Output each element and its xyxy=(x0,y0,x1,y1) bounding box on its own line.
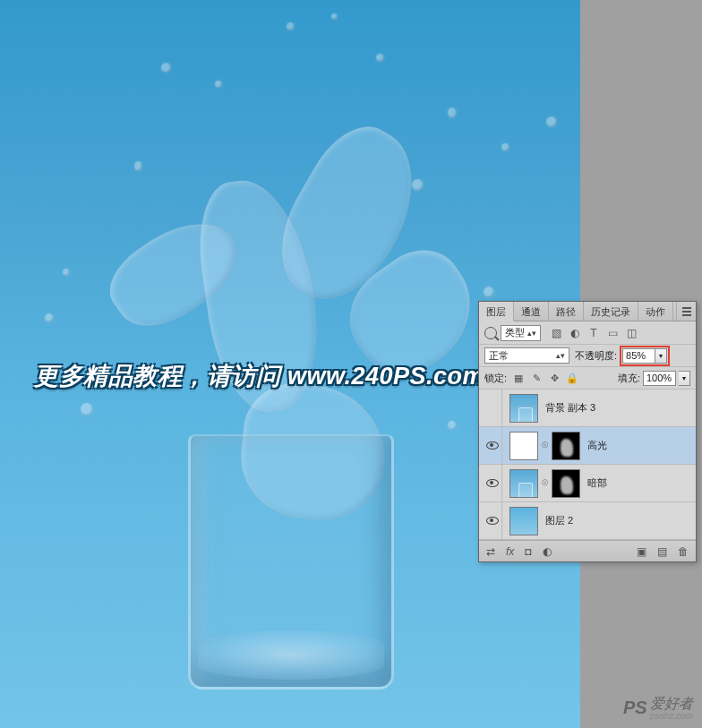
opacity-label: 不透明度: xyxy=(575,349,617,363)
panel-menu-icon[interactable] xyxy=(676,302,696,321)
filter-smart-icon[interactable]: ◫ xyxy=(625,327,638,339)
layer-row[interactable]: 图层 2 xyxy=(479,502,696,540)
tab-layers[interactable]: 图层 xyxy=(479,302,514,321)
layer-row[interactable]: ⦾ 高光 xyxy=(479,427,696,465)
layer-name-label[interactable]: 图层 2 xyxy=(542,514,573,527)
glass-artwork xyxy=(188,434,394,689)
filter-type-icon[interactable]: T xyxy=(587,327,600,339)
filter-kind-dropdown[interactable]: 类型 ▴▾ xyxy=(501,325,541,341)
fill-control: 填充: 100% ▾ xyxy=(618,371,690,386)
visibility-toggle[interactable] xyxy=(483,390,502,426)
layer-name-label[interactable]: 背景 副本 3 xyxy=(542,401,595,415)
layer-name-label[interactable]: 高光 xyxy=(584,439,607,452)
dropdown-arrows-icon: ▴▾ xyxy=(556,353,565,358)
opacity-control-highlighted: 85% ▾ xyxy=(622,348,667,364)
opacity-input[interactable]: 85% xyxy=(622,348,655,364)
filter-adjustment-icon[interactable]: ◐ xyxy=(569,327,581,339)
filter-pixel-icon[interactable]: ▧ xyxy=(550,327,562,339)
layer-thumbnail[interactable] xyxy=(509,469,538,498)
lock-fill-row: 锁定: ▦ ✎ ✥ 🔒 填充: 100% ▾ xyxy=(479,367,696,390)
watermark-text: 更多精品教程，请访问 www.240PS.com xyxy=(34,360,484,392)
ps-logo-text: PS xyxy=(623,698,647,718)
fill-input[interactable]: 100% xyxy=(643,371,676,386)
opacity-dropdown-arrow[interactable]: ▾ xyxy=(655,348,667,364)
visibility-toggle[interactable] xyxy=(483,502,502,539)
layer-thumbnail[interactable] xyxy=(509,432,538,460)
new-group-icon[interactable]: ▣ xyxy=(637,545,646,558)
layers-list: 背景 副本 3 ⦾ 高光 ⦾ 暗部 图层 2 xyxy=(479,390,696,540)
mask-link-icon[interactable]: ⦾ xyxy=(542,441,548,450)
eye-icon xyxy=(486,441,499,450)
dropdown-arrows-icon: ▴▾ xyxy=(527,330,536,336)
layer-thumbnail[interactable] xyxy=(509,507,538,535)
layer-row[interactable]: 背景 副本 3 xyxy=(479,390,696,427)
fill-label: 填充: xyxy=(618,372,640,385)
visibility-toggle[interactable] xyxy=(483,465,502,501)
lock-transparency-icon[interactable]: ▦ xyxy=(512,372,525,384)
page-watermark: PS 爱好者 psahz.com xyxy=(623,695,693,721)
blend-opacity-row: 正常 ▴▾ 不透明度: 85% ▾ xyxy=(479,345,696,367)
lock-position-icon[interactable]: ✥ xyxy=(548,372,561,384)
watermark-url: www.240PS.com xyxy=(287,363,484,390)
layers-panel-footer: ⇄ fx ◘ ◐ ▣ ▤ 🗑 xyxy=(479,540,696,561)
layer-thumbnail[interactable] xyxy=(509,394,538,423)
lock-pixels-icon[interactable]: ✎ xyxy=(530,372,543,384)
layer-mask-thumbnail[interactable] xyxy=(552,432,580,460)
mask-link-icon[interactable]: ⦾ xyxy=(542,478,548,488)
fill-dropdown-arrow[interactable]: ▾ xyxy=(679,371,690,386)
tab-actions[interactable]: 动作 xyxy=(638,302,673,321)
tab-history[interactable]: 历史记录 xyxy=(584,302,638,321)
filter-type-icons: ▧ ◐ T ▭ ◫ xyxy=(550,327,638,339)
delete-layer-icon[interactable]: 🗑 xyxy=(678,545,689,558)
link-layers-icon[interactable]: ⇄ xyxy=(486,545,495,558)
lock-all-icon[interactable]: 🔒 xyxy=(566,372,578,384)
watermark-domain: psahz.com xyxy=(650,711,693,721)
layer-mask-thumbnail[interactable] xyxy=(552,469,580,498)
eye-icon xyxy=(486,517,499,525)
visibility-toggle[interactable] xyxy=(483,427,502,464)
tab-paths[interactable]: 路径 xyxy=(549,302,584,321)
layer-row[interactable]: ⦾ 暗部 xyxy=(479,465,696,502)
layer-name-label[interactable]: 暗部 xyxy=(584,476,607,490)
new-adjustment-icon[interactable]: ◐ xyxy=(543,545,552,558)
watermark-prefix: 更多精品教程，请访问 xyxy=(34,363,287,390)
blend-mode-value: 正常 xyxy=(489,349,509,363)
new-layer-icon[interactable]: ▤ xyxy=(657,545,667,558)
eye-icon xyxy=(486,479,499,487)
panel-tabs: 图层 通道 路径 历史记录 动作 xyxy=(479,302,696,321)
layer-fx-icon[interactable]: fx xyxy=(506,545,514,558)
layer-filter-row: 类型 ▴▾ ▧ ◐ T ▭ ◫ xyxy=(479,321,696,345)
layers-panel: 图层 通道 路径 历史记录 动作 类型 ▴▾ ▧ ◐ T ▭ ◫ 正常 ▴▾ 不… xyxy=(478,301,697,562)
filter-kind-label: 类型 xyxy=(505,326,525,339)
filter-shape-icon[interactable]: ▭ xyxy=(606,327,619,339)
add-mask-icon[interactable]: ◘ xyxy=(525,545,531,558)
tab-channels[interactable]: 通道 xyxy=(514,302,549,321)
lock-label: 锁定: xyxy=(484,372,507,385)
blend-mode-dropdown[interactable]: 正常 ▴▾ xyxy=(484,347,569,364)
lock-icon-group: ▦ ✎ ✥ 🔒 xyxy=(512,372,578,384)
filter-search-icon[interactable] xyxy=(484,327,497,339)
watermark-brand: 爱好者 xyxy=(650,696,693,711)
